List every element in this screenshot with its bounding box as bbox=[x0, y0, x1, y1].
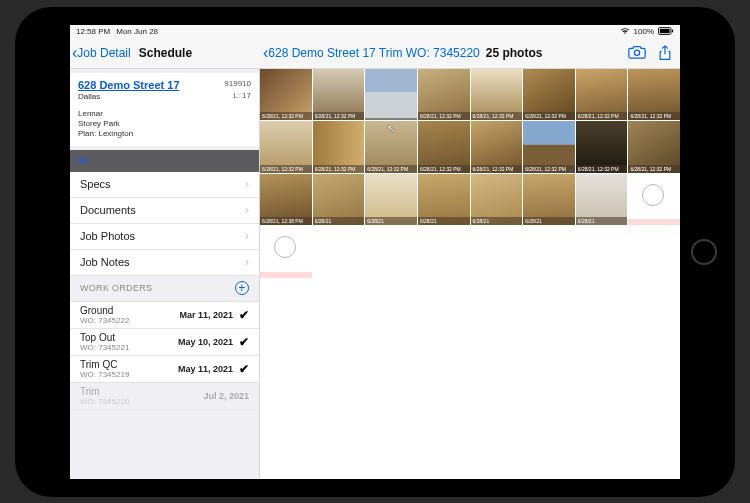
job-city: Dallas bbox=[78, 92, 251, 101]
nav-title-schedule: Schedule bbox=[139, 46, 192, 60]
photo-count: 25 photos bbox=[486, 46, 543, 60]
work-order-row[interactable]: GroundWO: 7345222 Mar 11, 2021✔ bbox=[70, 302, 259, 329]
job-meta: Lennar Storey Park Plan: Lexington bbox=[78, 109, 251, 140]
job-code: 919910 bbox=[224, 79, 251, 88]
photo-thumb[interactable]: 6/28/21 bbox=[418, 174, 470, 226]
job-community: Storey Park bbox=[78, 119, 251, 129]
work-order-row[interactable]: TrimWO: 7345220 Jul 2, 2021 bbox=[70, 383, 259, 410]
sidebar-item-documents[interactable]: Documents› bbox=[70, 198, 259, 224]
photo-thumb[interactable]: 6/28/21, 12:32 PM↖ bbox=[365, 121, 417, 173]
photo-grid-pane: 6/28/21, 12:32 PM 6/28/21, 12:32 PM 6/28… bbox=[260, 69, 680, 479]
photo-thumb[interactable]: 6/28/21, 12:32 PM bbox=[471, 121, 523, 173]
battery-icon bbox=[658, 27, 674, 37]
chevron-right-icon: › bbox=[245, 229, 249, 243]
ipad-frame: 12:58 PM Mon Jun 28 100% ‹ Job Detail Sc… bbox=[15, 7, 735, 497]
status-bar: 12:58 PM Mon Jun 28 100% bbox=[70, 25, 680, 39]
sidebar: 628 Demo Street 17 919910 Dallas L: 17 L… bbox=[70, 69, 260, 479]
work-order-row[interactable]: Trim QCWO: 7345219 May 11, 2021✔ bbox=[70, 356, 259, 383]
check-icon: ✔ bbox=[239, 335, 249, 349]
chevron-right-icon: › bbox=[245, 255, 249, 269]
check-icon: ✔ bbox=[239, 308, 249, 322]
photo-thumb[interactable]: 6/28/21, 12:32 PM bbox=[576, 121, 628, 173]
photo-thumb[interactable] bbox=[365, 69, 417, 121]
photo-thumb[interactable]: 6/28/21, 12:32 PM bbox=[260, 121, 312, 173]
nav-bar: ‹ Job Detail Schedule ‹ 628 Demo Street … bbox=[70, 39, 680, 69]
add-work-order-button[interactable]: + bbox=[235, 281, 249, 295]
selection-ring-icon bbox=[642, 184, 664, 206]
photo-thumb[interactable]: 6/28/21, 12:32 PM bbox=[260, 69, 312, 121]
photo-thumb[interactable]: 6/28/21, 12:32 PM bbox=[313, 121, 365, 173]
photo-thumb[interactable]: 6/28/21 bbox=[471, 174, 523, 226]
photo-thumb[interactable]: 6/28/21, 12:32 PM bbox=[576, 69, 628, 121]
photo-thumb-pending[interactable] bbox=[260, 226, 312, 278]
photo-thumb-pending[interactable] bbox=[628, 174, 680, 226]
back-job-detail[interactable]: ‹ Job Detail bbox=[72, 45, 131, 61]
photo-thumb[interactable]: 6/28/21 bbox=[365, 174, 417, 226]
battery-pct: 100% bbox=[634, 27, 654, 36]
breadcrumb-label: 628 Demo Street 17 Trim WO: 7345220 bbox=[268, 46, 479, 60]
home-button[interactable] bbox=[691, 239, 717, 265]
sidebar-item-job-notes[interactable]: Job Notes› bbox=[70, 250, 259, 276]
photo-thumb[interactable]: 6/28/21, 12:32 PM bbox=[523, 69, 575, 121]
photo-thumb[interactable]: 6/28/21, 12:38 PM bbox=[260, 174, 312, 226]
svg-point-3 bbox=[634, 50, 639, 55]
photo-thumb[interactable]: 6/28/21, 12:32 PM bbox=[313, 69, 365, 121]
job-builder: Lennar bbox=[78, 109, 251, 119]
status-time: 12:58 PM bbox=[76, 27, 110, 36]
photo-thumb[interactable]: 6/28/21, 12:32 PM bbox=[628, 69, 680, 121]
work-orders-label: WORK ORDERS bbox=[80, 283, 152, 293]
sidebar-item-job-photos[interactable]: Job Photos› bbox=[70, 224, 259, 250]
svg-rect-2 bbox=[672, 29, 673, 32]
photo-thumb[interactable]: 6/28/21 bbox=[313, 174, 365, 226]
share-button[interactable] bbox=[658, 45, 672, 61]
chevron-right-icon: › bbox=[245, 177, 249, 191]
photo-thumb[interactable]: 6/28/21 bbox=[576, 174, 628, 226]
job-plan: Plan: Lexington bbox=[78, 129, 251, 139]
screen: 12:58 PM Mon Jun 28 100% ‹ Job Detail Sc… bbox=[70, 25, 680, 479]
job-lot: L: 17 bbox=[233, 91, 251, 100]
chevron-right-icon: › bbox=[245, 203, 249, 217]
wifi-icon bbox=[620, 27, 630, 37]
work-orders-header: WORK ORDERS + bbox=[70, 276, 259, 302]
status-date: Mon Jun 28 bbox=[116, 27, 158, 36]
camera-button[interactable] bbox=[628, 45, 646, 61]
sidebar-item-specs[interactable]: Specs› bbox=[70, 172, 259, 198]
svg-rect-1 bbox=[660, 28, 670, 32]
photo-thumb[interactable]: 6/28/21, 12:32 PM bbox=[471, 69, 523, 121]
selected-schedule-row[interactable]: ✉︎ bbox=[70, 150, 259, 172]
work-order-row[interactable]: Top OutWO: 7345221 May 10, 2021✔ bbox=[70, 329, 259, 356]
photo-thumb[interactable]: 6/28/21 bbox=[523, 174, 575, 226]
photo-thumb[interactable]: 6/28/21, 12:32 PM bbox=[418, 69, 470, 121]
check-icon: ✔ bbox=[239, 362, 249, 376]
photo-thumb[interactable]: 6/28/21, 12:32 PM bbox=[523, 121, 575, 173]
photo-thumb[interactable]: 6/28/21, 12:32 PM bbox=[418, 121, 470, 173]
selection-ring-icon bbox=[274, 236, 296, 258]
back-label: Job Detail bbox=[77, 46, 130, 60]
mail-icon: ✉︎ bbox=[78, 154, 88, 168]
back-photo-breadcrumb[interactable]: ‹ 628 Demo Street 17 Trim WO: 7345220 bbox=[263, 45, 480, 61]
job-card: 628 Demo Street 17 919910 Dallas L: 17 L… bbox=[70, 73, 259, 146]
photo-grid: 6/28/21, 12:32 PM 6/28/21, 12:32 PM 6/28… bbox=[260, 69, 680, 279]
photo-thumb[interactable]: 6/28/21, 12:32 PM bbox=[628, 121, 680, 173]
